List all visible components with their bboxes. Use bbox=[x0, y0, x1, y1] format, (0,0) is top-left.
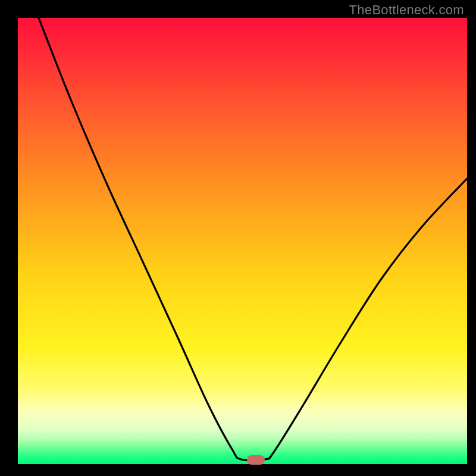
watermark-text: TheBottleneck.com bbox=[349, 2, 464, 18]
chart-stage: TheBottleneck.com bbox=[0, 0, 476, 476]
gradient-panel bbox=[18, 18, 467, 464]
optimal-marker bbox=[247, 455, 265, 465]
